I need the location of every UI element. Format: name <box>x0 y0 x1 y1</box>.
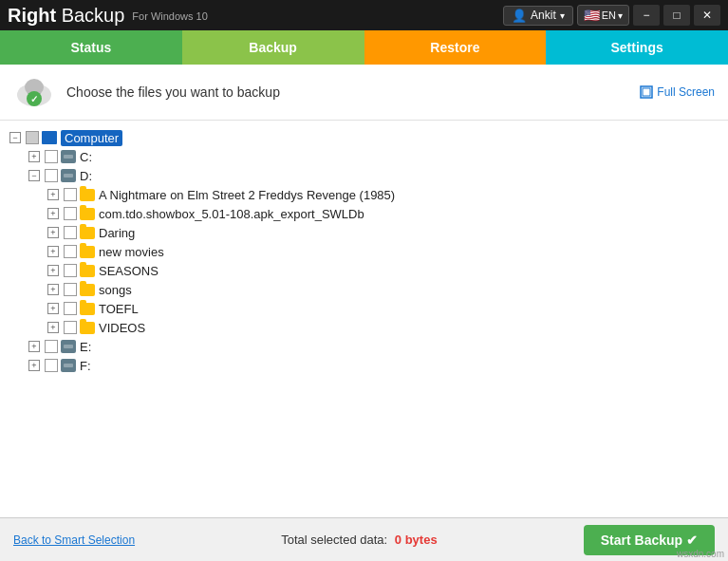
checkbox-seasons[interactable] <box>64 264 77 277</box>
expander-computer[interactable] <box>8 130 23 145</box>
tree-node-daring[interactable]: Daring <box>46 223 724 242</box>
tree-node-f[interactable]: F: <box>27 356 724 375</box>
checkbox-computer[interactable] <box>26 131 39 144</box>
tab-backup[interactable]: Backup <box>182 30 364 65</box>
app-title-backup: Backup <box>56 5 124 26</box>
tree-node-seasons[interactable]: SEASONS <box>46 261 724 280</box>
fullscreen-link[interactable]: Full Screen <box>640 85 715 99</box>
cloud-icon: ✓ <box>13 74 55 110</box>
label-d: D: <box>80 169 92 183</box>
folder-icon-videos <box>80 320 95 335</box>
expander-daring[interactable] <box>46 225 61 240</box>
expander-f[interactable] <box>27 358 42 373</box>
expander-nightmare[interactable] <box>46 187 61 202</box>
titlebar-left: Right Backup For Windows 10 <box>8 5 208 27</box>
tab-settings-label: Settings <box>611 40 663 55</box>
folder-icon-seasons <box>80 263 95 278</box>
titlebar-controls: 👤 Ankit ▾ 🇺🇸 EN ▾ − □ ✕ <box>503 5 720 26</box>
total-value: 0 bytes <box>395 533 438 547</box>
expander-c[interactable] <box>27 149 42 164</box>
total-label: Total selected data: <box>281 533 387 547</box>
expander-d[interactable] <box>27 168 42 183</box>
tab-status[interactable]: Status <box>0 30 182 65</box>
tree-node-nightmare[interactable]: A Nightmare on Elm Street 2 Freddys Reve… <box>46 185 724 204</box>
checkbox-daring[interactable] <box>64 226 77 239</box>
label-newmovies: new movies <box>99 245 164 259</box>
tree-node-d[interactable]: D: <box>27 166 724 185</box>
expander-seasons[interactable] <box>46 263 61 278</box>
checkbox-nightmare[interactable] <box>64 188 77 201</box>
tree-node-toefl[interactable]: TOEFL <box>46 299 724 318</box>
drive-icon-d <box>61 168 76 183</box>
tree-node-songs[interactable]: songs <box>46 280 724 299</box>
user-badge[interactable]: 👤 Ankit ▾ <box>503 6 573 26</box>
tab-restore[interactable]: Restore <box>364 30 547 65</box>
tree-node-comtdo[interactable]: com.tdo.showbox_5.01-108.apk_export_SWLD… <box>46 204 724 223</box>
tree-area[interactable]: Computer C: D: A Nightmare on Elm Street… <box>0 121 728 517</box>
minimize-button[interactable]: − <box>633 5 660 26</box>
label-c: C: <box>80 150 92 164</box>
checkbox-e[interactable] <box>45 340 58 353</box>
folder-icon-nightmare <box>80 187 95 202</box>
expander-newmovies[interactable] <box>46 244 61 259</box>
folder-icon-toefl <box>80 301 95 316</box>
checkbox-d[interactable] <box>45 169 58 182</box>
label-computer: Computer <box>61 130 122 146</box>
instruction-text: Choose the files you want to backup <box>66 84 280 100</box>
expander-e[interactable] <box>27 339 42 354</box>
folder-icon-newmovies <box>80 244 95 259</box>
checkbox-newmovies[interactable] <box>64 245 77 258</box>
checkbox-songs[interactable] <box>64 283 77 296</box>
total-data: Total selected data: 0 bytes <box>281 533 437 547</box>
expander-videos[interactable] <box>46 320 61 335</box>
subtitle: For Windows 10 <box>132 10 207 22</box>
expander-comtdo[interactable] <box>46 206 61 221</box>
maximize-button[interactable]: □ <box>663 5 690 26</box>
lang-label: EN <box>602 9 616 21</box>
label-videos: VIDEOS <box>99 321 145 335</box>
watermark: wsxdn.com <box>677 549 724 559</box>
checkbox-toefl[interactable] <box>64 302 77 315</box>
tree-node-computer[interactable]: Computer <box>8 128 724 147</box>
tree-node-e[interactable]: E: <box>27 337 724 356</box>
label-comtdo: com.tdo.showbox_5.01-108.apk_export_SWLD… <box>99 207 364 221</box>
close-button[interactable]: ✕ <box>694 5 720 26</box>
header-left: ✓ Choose the files you want to backup <box>13 74 280 110</box>
tab-status-label: Status <box>70 40 111 55</box>
tree-node-newmovies[interactable]: new movies <box>46 242 724 261</box>
svg-text:✓: ✓ <box>30 94 38 104</box>
checkbox-comtdo[interactable] <box>64 207 77 220</box>
label-f: F: <box>80 359 91 373</box>
checkbox-c[interactable] <box>45 150 58 163</box>
label-songs: songs <box>99 283 132 297</box>
tree-node-c[interactable]: C: <box>27 147 724 166</box>
tree-node-videos[interactable]: VIDEOS <box>46 318 724 337</box>
tab-restore-label: Restore <box>430 40 479 55</box>
expander-toefl[interactable] <box>46 301 61 316</box>
label-daring: Daring <box>99 226 135 240</box>
drive-icon-c <box>61 149 76 164</box>
lang-badge[interactable]: 🇺🇸 EN ▾ <box>577 5 629 26</box>
fullscreen-label: Full Screen <box>657 85 715 99</box>
expander-songs[interactable] <box>46 282 61 297</box>
navbar: Status Backup Restore Settings <box>0 30 728 65</box>
user-label: Ankit <box>531 9 556 22</box>
svg-rect-7 <box>643 88 650 96</box>
content-header: ✓ Choose the files you want to backup Fu… <box>0 65 728 121</box>
main-content: ✓ Choose the files you want to backup Fu… <box>0 65 728 517</box>
app-title: Right Backup <box>8 5 124 27</box>
fullscreen-icon <box>640 85 653 99</box>
label-nightmare: A Nightmare on Elm Street 2 Freddys Reve… <box>99 188 395 202</box>
computer-icon <box>42 130 57 145</box>
folder-icon-daring <box>80 225 95 240</box>
folder-icon-comtdo <box>80 206 95 221</box>
tab-settings[interactable]: Settings <box>546 30 728 65</box>
label-e: E: <box>80 340 91 354</box>
checkbox-f[interactable] <box>45 359 58 372</box>
drive-icon-e <box>61 339 76 354</box>
drive-icon-f <box>61 358 76 373</box>
back-to-smart-selection-link[interactable]: Back to Smart Selection <box>13 533 135 547</box>
folder-icon-songs <box>80 282 95 297</box>
checkbox-videos[interactable] <box>64 321 77 334</box>
titlebar: Right Backup For Windows 10 👤 Ankit ▾ 🇺🇸… <box>0 0 728 30</box>
